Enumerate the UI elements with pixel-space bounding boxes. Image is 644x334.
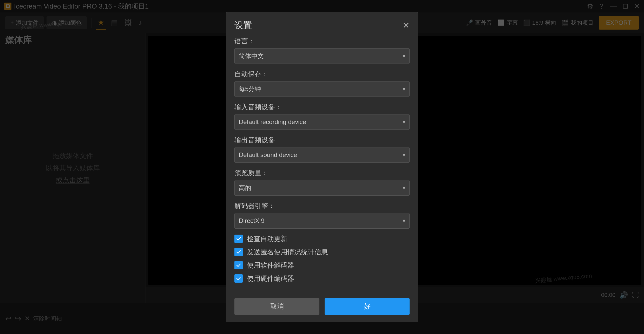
checkbox-auto-update-box <box>234 235 243 243</box>
input-audio-select-wrapper: Default recording device <box>234 114 410 130</box>
checkbox-analytics-label: 发送匿名使用情况统计信息 <box>247 248 328 257</box>
modal-overlay: 设置 ✕ 语言： 简体中文 自动保存： 每5分钟 <box>0 0 644 334</box>
language-group: 语言： 简体中文 <box>234 37 410 64</box>
dialog-header: 设置 ✕ <box>226 12 418 37</box>
autosave-select[interactable]: 每5分钟 <box>234 81 410 97</box>
output-audio-group: 输出音频设备 Default sound device <box>234 135 410 163</box>
output-audio-select-wrapper: Default sound device <box>234 147 410 163</box>
preview-quality-group: 预览质量： 高的 <box>234 168 410 196</box>
dialog-title: 设置 <box>234 19 252 31</box>
autosave-label: 自动保存： <box>234 70 410 79</box>
checkbox-analytics[interactable]: 发送匿名使用情况统计信息 <box>234 248 410 257</box>
checkbox-hardware-encoder-box <box>234 274 243 283</box>
output-audio-select[interactable]: Default sound device <box>234 147 410 163</box>
output-audio-label: 输出音频设备 <box>234 135 410 145</box>
language-label: 语言： <box>234 37 410 46</box>
autosave-group: 自动保存： 每5分钟 <box>234 70 410 97</box>
checkbox-software-decoder-label: 使用软件解码器 <box>247 261 294 270</box>
checkbox-auto-update-label: 检查自动更新 <box>247 234 287 243</box>
input-audio-select[interactable]: Default recording device <box>234 114 410 130</box>
checkbox-hardware-encoder[interactable]: 使用硬件编码器 <box>234 274 410 283</box>
checkbox-group: 检查自动更新 发送匿名使用情况统计信息 使用软件解码器 <box>234 234 410 283</box>
input-audio-group: 输入音频设备： Default recording device <box>234 103 410 130</box>
checkbox-analytics-box <box>234 248 243 256</box>
preview-quality-label: 预览质量： <box>234 168 410 178</box>
language-select-wrapper: 简体中文 <box>234 48 410 64</box>
dialog-body: 语言： 简体中文 自动保存： 每5分钟 输入音频设备： <box>226 37 418 296</box>
ok-button[interactable]: 好 <box>325 298 410 315</box>
checkbox-auto-update[interactable]: 检查自动更新 <box>234 234 410 243</box>
language-select[interactable]: 简体中文 <box>234 48 410 64</box>
cancel-button[interactable]: 取消 <box>234 298 319 315</box>
preview-quality-select[interactable]: 高的 <box>234 180 410 196</box>
checkbox-software-decoder[interactable]: 使用软件解码器 <box>234 261 410 270</box>
decoder-group: 解码器引擎： DirectX 9 <box>234 201 410 229</box>
dialog-close-button[interactable]: ✕ <box>403 21 410 30</box>
checkbox-hardware-encoder-label: 使用硬件编码器 <box>247 274 294 283</box>
preview-quality-select-wrapper: 高的 <box>234 180 410 196</box>
decoder-select[interactable]: DirectX 9 <box>234 213 410 229</box>
checkbox-software-decoder-box <box>234 261 243 269</box>
settings-dialog: 设置 ✕ 语言： 简体中文 自动保存： 每5分钟 <box>226 12 418 322</box>
decoder-label: 解码器引擎： <box>234 201 410 210</box>
decoder-select-wrapper: DirectX 9 <box>234 213 410 229</box>
autosave-select-wrapper: 每5分钟 <box>234 81 410 97</box>
dialog-footer: 取消 好 <box>226 296 418 322</box>
input-audio-label: 输入音频设备： <box>234 103 410 112</box>
